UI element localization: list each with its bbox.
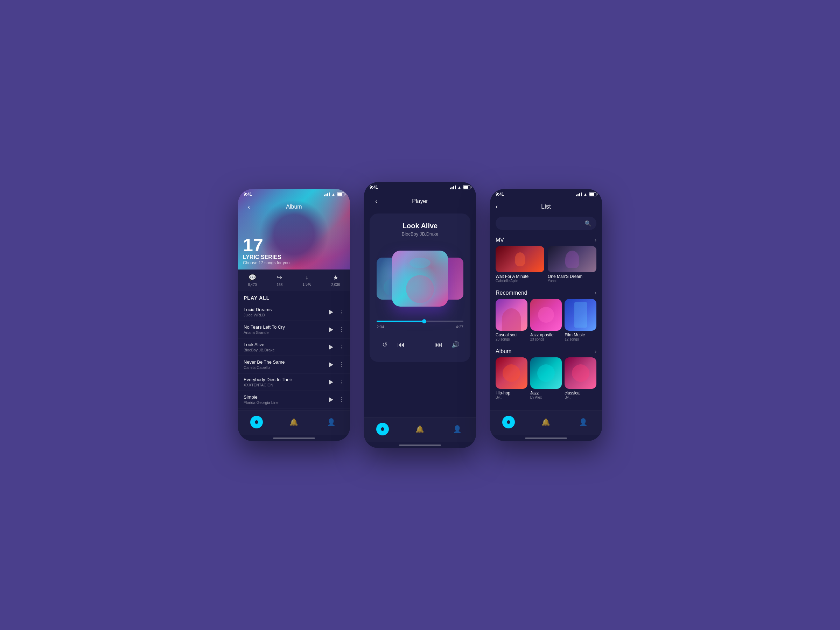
nav-notifications[interactable]: 🔔 <box>287 415 301 429</box>
nav-home[interactable] <box>249 415 264 429</box>
user-icon: 👤 <box>453 425 462 433</box>
album-number: 17 <box>243 236 289 254</box>
bell-icon: 🔔 <box>289 418 298 426</box>
song-artist: Camila Cabello <box>243 365 285 369</box>
jazz-apostle-art <box>530 299 562 331</box>
song-play-button[interactable] <box>327 395 335 404</box>
action-download[interactable]: ↓ 1,346 <box>302 274 311 287</box>
play-pause-button[interactable] <box>411 336 429 354</box>
list-item[interactable]: Jazz By Alex <box>530 357 562 400</box>
repeat-button[interactable]: ↺ <box>378 338 391 351</box>
list-item[interactable]: One Man'S Dream Yanni <box>548 246 597 283</box>
album-more-button[interactable]: › <box>595 348 597 355</box>
song-info: Lucid Dreams Juice WRLD <box>243 307 272 317</box>
song-controls: ⋮ <box>327 325 344 334</box>
mv-more-button[interactable]: › <box>595 237 597 243</box>
back-button[interactable]: ‹ <box>243 202 254 212</box>
song-controls: ⋮ <box>327 308 344 316</box>
status-icons: ▲ <box>450 185 471 189</box>
search-bar[interactable]: 🔍 <box>496 217 597 230</box>
album-grid: Hip-hop By... Jazz By Alex classic <box>490 357 602 403</box>
song-play-button[interactable] <box>327 378 335 387</box>
back-button[interactable]: ‹ <box>371 196 382 207</box>
song-controls: ⋮ <box>327 360 344 369</box>
song-play-button[interactable] <box>327 343 335 351</box>
album-art-area <box>377 243 463 314</box>
wifi-icon: ▲ <box>583 192 587 196</box>
list-item: No Tears Left To Cry Ariana Grande ⋮ <box>238 321 350 338</box>
nav-notifications[interactable]: 🔔 <box>539 415 553 429</box>
classical-art <box>565 357 597 389</box>
song-info: No Tears Left To Cry Ariana Grande <box>243 324 285 335</box>
more-button[interactable]: ⋮ <box>339 396 344 403</box>
song-play-button[interactable] <box>327 308 335 316</box>
album-art-main <box>392 251 448 306</box>
list-item: Simple Florida Georgia Line ⋮ <box>238 391 350 409</box>
list-item[interactable]: Hip-hop By... <box>496 357 527 400</box>
more-button[interactable]: ⋮ <box>339 361 344 368</box>
status-time: 9:41 <box>496 192 504 197</box>
alb-name: Hip-hop <box>496 391 527 395</box>
player-song-title: Look Alive <box>377 222 463 230</box>
wifi-icon: ▲ <box>458 185 461 189</box>
list-item[interactable]: Jazz apostle 23 songs <box>530 299 562 341</box>
progress-area[interactable]: 2:34 4:27 <box>377 321 463 329</box>
nav-home[interactable] <box>502 415 516 429</box>
status-icons: ▲ <box>576 192 597 196</box>
play-all-label[interactable]: PLAY ALL <box>238 291 350 303</box>
recommend-more-button[interactable]: › <box>595 290 597 296</box>
back-button[interactable]: ‹ <box>496 203 498 210</box>
song-artist: XXXTENTACION <box>243 383 292 387</box>
action-favorite[interactable]: ★ 2,036 <box>331 274 340 287</box>
player-page-title: Player <box>412 198 428 204</box>
action-comment[interactable]: 💬 8,470 <box>248 274 257 287</box>
rec-name: Jazz apostle <box>530 333 562 337</box>
more-button[interactable]: ⋮ <box>339 309 344 315</box>
share-icon: ↪ <box>277 274 282 281</box>
alb-name: classical <box>565 391 597 395</box>
list-page-title: List <box>541 203 551 210</box>
home-indicator <box>399 445 441 446</box>
progress-thumb <box>422 319 426 324</box>
mv-section-header: MV › <box>490 234 602 246</box>
more-button[interactable]: ⋮ <box>339 379 344 385</box>
rec-songs: 23 songs <box>530 337 562 341</box>
song-name: Lucid Dreams <box>243 307 272 312</box>
album-subtitle: Choose 17 songs for you <box>243 261 289 265</box>
mv-artist: Yanni <box>548 279 597 283</box>
song-info: Never Be The Same Camila Cabello <box>243 360 285 369</box>
progress-bar[interactable] <box>377 321 463 322</box>
bottom-nav: 🔔 👤 <box>238 411 350 435</box>
list-header: ‹ List <box>490 198 602 215</box>
list-item[interactable]: Casual soul 23 songs <box>496 299 527 341</box>
rewind-button[interactable]: ⏮ <box>395 338 407 351</box>
rec-name: Film Music <box>565 333 597 337</box>
user-icon: 👤 <box>327 418 336 426</box>
album-hero-image: 9:41 ▲ ‹ Album 17 LYRIC SERIES Ch <box>238 189 350 270</box>
comment-icon: 💬 <box>248 274 256 281</box>
more-button[interactable]: ⋮ <box>339 326 344 333</box>
volume-button[interactable]: 🔊 <box>449 338 462 351</box>
home-indicator <box>525 437 567 439</box>
list-item[interactable]: classical By... <box>565 357 597 400</box>
mv-grid: Wait For A Minute Gabrielle Aplin One Ma… <box>490 246 602 287</box>
mv-thumbnail <box>496 246 544 272</box>
song-name: Never Be The Same <box>243 360 285 365</box>
song-play-button[interactable] <box>327 360 335 369</box>
nav-notifications[interactable]: 🔔 <box>413 422 427 436</box>
nav-profile[interactable]: 👤 <box>576 415 591 429</box>
list-item[interactable]: Film Music 12 songs <box>565 299 597 341</box>
user-icon: 👤 <box>579 418 587 426</box>
casual-soul-art <box>496 299 527 331</box>
more-button[interactable]: ⋮ <box>339 344 344 351</box>
star-icon: ★ <box>333 274 338 281</box>
forward-button[interactable]: ⏭ <box>433 338 445 351</box>
album-number-area: 17 LYRIC SERIES Choose 17 songs for you <box>243 236 289 265</box>
song-play-button[interactable] <box>327 325 335 334</box>
nav-home[interactable] <box>376 422 390 436</box>
list-item[interactable]: Wait For A Minute Gabrielle Aplin <box>496 246 544 283</box>
action-share[interactable]: ↪ 168 <box>277 274 283 287</box>
nav-profile[interactable]: 👤 <box>324 415 338 429</box>
nav-profile[interactable]: 👤 <box>450 422 464 436</box>
status-time: 9:41 <box>243 192 252 197</box>
